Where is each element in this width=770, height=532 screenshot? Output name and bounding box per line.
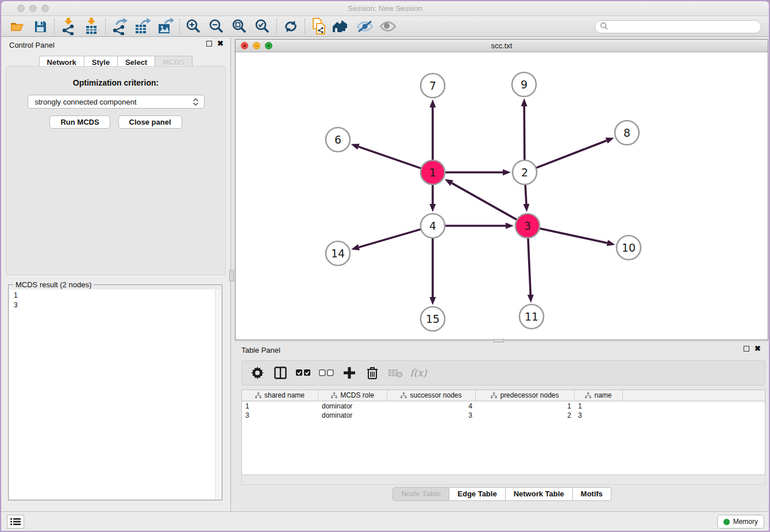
tab-motifs[interactable]: Motifs [573, 487, 611, 501]
edge-3-10[interactable] [540, 228, 607, 243]
result-scrollbar[interactable] [215, 290, 221, 499]
function-builder-icon[interactable]: f(x) [411, 365, 426, 380]
add-column-icon[interactable] [342, 365, 357, 380]
float-table-panel-icon[interactable] [744, 346, 749, 352]
edge-arrowhead [503, 169, 511, 176]
app-window: Session: New Session [1, 1, 769, 531]
network-view-window: ✕ − + scc.txt 1234678910111415 [235, 39, 768, 340]
column-header-successor-nodes[interactable]: successor nodes [387, 390, 476, 400]
edge-3-11[interactable] [528, 238, 530, 295]
edge-3-1[interactable] [452, 183, 517, 220]
edge-arrowhead [521, 98, 528, 106]
edge-4-14[interactable] [359, 229, 421, 248]
first-neighbors-icon[interactable] [330, 17, 353, 36]
network-title: scc.txt [236, 41, 768, 50]
tab-network-table[interactable]: Network Table [506, 487, 573, 501]
table-panel-title: Table Panel [241, 346, 280, 354]
cell-shared-name[interactable]: 1 [242, 402, 318, 411]
table-header-row: shared nameMCDS rolesuccessor nodesprede… [242, 390, 765, 402]
float-panel-icon[interactable] [206, 41, 212, 47]
mcds-tab-content: Optimization criterion: strongly connect… [6, 66, 226, 275]
close-panel-icon[interactable]: ✖ [217, 41, 224, 47]
cell-predecessor-nodes[interactable]: 1 [476, 402, 575, 411]
memory-button[interactable]: Memory [717, 515, 764, 529]
save-session-icon[interactable] [29, 17, 52, 36]
zoom-out-icon[interactable] [205, 17, 228, 36]
column-header-shared-name[interactable]: shared name [242, 390, 318, 400]
vertical-splitter-handle[interactable] [229, 270, 234, 282]
table-row[interactable]: 1dominator411 [242, 402, 765, 411]
mcds-result-group: MCDS result (2 nodes) 1 3 [8, 284, 222, 500]
edge-arrowhead [528, 295, 534, 303]
network-window-titlebar: ✕ − + scc.txt [236, 40, 768, 52]
edge-arrowhead [430, 204, 436, 212]
split-columns-icon[interactable] [273, 365, 288, 380]
node-label-3: 3 [524, 219, 531, 232]
graph-canvas[interactable]: 1234678910111415 [236, 52, 768, 340]
edge-2-3[interactable] [525, 184, 526, 204]
open-folder-icon[interactable] [6, 17, 29, 36]
show-all-icon[interactable] [376, 17, 399, 36]
delete-column-icon[interactable] [365, 365, 380, 380]
run-mcds-button[interactable]: Run MCDS [49, 115, 110, 129]
edge-arrowhead [506, 223, 514, 229]
import-table-icon[interactable] [80, 17, 103, 36]
mcds-result-title: MCDS result (2 nodes) [13, 280, 94, 289]
table-tabs: Node TableEdge TableNetwork TableMotifs [235, 487, 769, 501]
deselect-all-checkboxes-icon[interactable] [319, 365, 334, 380]
cell-MCDS-role[interactable]: dominator [318, 402, 387, 411]
cell-name[interactable]: 1 [575, 402, 623, 411]
zoom-fit-icon[interactable] [228, 17, 251, 36]
edge-2-8[interactable] [536, 141, 607, 168]
optimization-criterion-select[interactable]: strongly connected component [28, 95, 205, 109]
dropdown-value: strongly connected component [35, 98, 137, 106]
column-header-name[interactable]: name [575, 390, 623, 400]
refresh-layout-icon[interactable] [279, 17, 302, 36]
mcds-result-text[interactable]: 1 3 [9, 290, 215, 499]
edge-2-9[interactable] [524, 106, 525, 160]
edge-arrowhead [523, 204, 529, 212]
import-network-icon[interactable] [57, 17, 80, 36]
status-bar: Memory [1, 511, 769, 531]
column-header-predecessor-nodes[interactable]: predecessor nodes [476, 390, 575, 400]
sort-hierarchy-icon [491, 392, 497, 399]
gear-icon[interactable] [250, 365, 265, 380]
cell-successor-nodes[interactable]: 4 [387, 402, 476, 411]
search-input[interactable] [595, 20, 761, 33]
main-toolbar [1, 16, 769, 37]
close-table-panel-icon[interactable]: ✖ [754, 346, 761, 352]
sort-hierarchy-icon [331, 392, 337, 399]
table-panel: Table Panel ✖ [235, 342, 769, 511]
task-history-button[interactable] [7, 515, 24, 529]
copy-network-icon[interactable] [307, 17, 330, 36]
hide-selected-icon[interactable] [353, 17, 376, 36]
select-all-checkboxes-icon[interactable] [296, 365, 311, 380]
edge-1-6[interactable] [359, 147, 421, 168]
cell-shared-name[interactable]: 3 [242, 411, 318, 420]
zoom-in-icon[interactable] [182, 17, 205, 36]
table-footer-strip [241, 475, 765, 485]
export-network-icon[interactable] [108, 17, 131, 36]
zoom-selected-icon[interactable] [251, 17, 274, 36]
sort-hierarchy-icon [255, 392, 261, 399]
tab-edge-table[interactable]: Edge Table [449, 487, 505, 501]
column-header-MCDS-role[interactable]: MCDS role [318, 390, 387, 400]
table-row[interactable]: 3dominator323 [242, 411, 765, 420]
node-label-6: 6 [334, 133, 341, 146]
cell-MCDS-role[interactable]: dominator [318, 411, 387, 420]
export-table-icon[interactable] [131, 17, 154, 36]
memory-label: Memory [733, 518, 758, 526]
table-footer: Node TableEdge TableNetwork TableMotifs [235, 475, 769, 511]
search-icon [600, 22, 608, 32]
optimization-criterion-label: Optimization criterion: [6, 78, 225, 87]
cell-predecessor-nodes[interactable]: 2 [476, 411, 575, 420]
close-panel-button[interactable]: Close panel [118, 115, 182, 129]
delete-table-icon[interactable] [388, 365, 403, 380]
tab-node-table[interactable]: Node Table [392, 487, 449, 501]
node-table: shared nameMCDS rolesuccessor nodesprede… [241, 390, 765, 475]
cell-name[interactable]: 3 [575, 411, 623, 420]
edge-arrowhead [445, 179, 453, 186]
cell-successor-nodes[interactable]: 3 [387, 411, 476, 420]
toolbar-separator [305, 19, 305, 34]
export-image-icon[interactable] [154, 17, 177, 36]
